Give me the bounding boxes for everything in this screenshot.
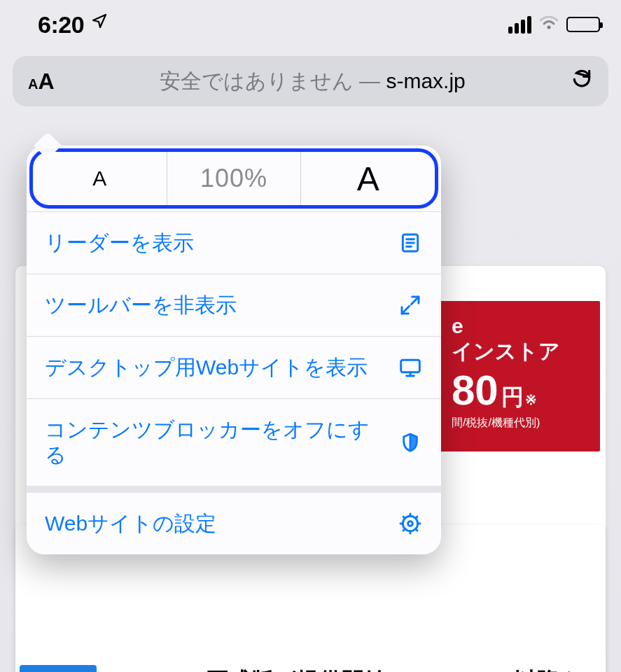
menu-item-label: Webサイトの設定: [45, 511, 385, 536]
menu-item-label: デスクトップ用Webサイトを表示: [45, 355, 385, 380]
menu-item-label: コンテンツブロッカーをオフにする: [45, 417, 385, 468]
aa-popover-menu: A 100% A リーダーを表示ツールバーを非表示デスクトップ用Webサイトを表…: [27, 146, 441, 554]
menu-item-desktop[interactable]: デスクトップ用Webサイトを表示: [27, 336, 441, 398]
ad-banner[interactable]: e インストア 80 円 ※ 間/税抜/機種代別): [439, 301, 600, 451]
url-bar[interactable]: AA 安全ではありません — s-max.jp: [13, 56, 608, 106]
status-bar: 6:20: [0, 0, 621, 49]
text-size-button[interactable]: AA: [28, 69, 55, 94]
article-item[interactable]: 9月 20 iOS 13の正式版が提供開始！iPhone 6s以降やiPod t…: [20, 665, 601, 672]
url-domain: s-max.jp: [386, 69, 465, 92]
menu-item-label: リーダーを表示: [45, 230, 385, 255]
desktop-icon: [398, 355, 423, 380]
svg-line-17: [403, 517, 405, 518]
svg-line-13: [416, 529, 417, 531]
reader-icon: [398, 230, 423, 255]
status-time: 6:20: [38, 11, 84, 38]
wifi-icon: [540, 15, 558, 34]
article-title: iOS 13の正式版が提供開始！iPhone 6s以降やiPod touch（第…: [113, 665, 601, 672]
location-icon: [91, 13, 108, 34]
expand-icon: [398, 293, 423, 318]
svg-point-11: [408, 522, 413, 526]
zoom-control: A 100% A: [29, 148, 438, 209]
battery-icon: [566, 17, 600, 32]
menu-item-shield[interactable]: コンテンツブロッカーをオフにする: [27, 398, 441, 486]
zoom-out-button[interactable]: A: [33, 152, 167, 205]
menu-item-reader[interactable]: リーダーを表示: [27, 211, 441, 274]
menu-item-gear[interactable]: Webサイトの設定: [27, 486, 441, 554]
date-month: 9月: [20, 665, 97, 672]
zoom-level-button[interactable]: 100%: [167, 152, 301, 205]
svg-line-15: [403, 529, 405, 531]
gear-icon: [398, 511, 423, 536]
url-text[interactable]: 安全ではありません — s-max.jp: [67, 67, 558, 96]
svg-line-6: [402, 306, 410, 314]
not-secure-label: 安全ではありません: [160, 69, 354, 92]
shield-icon: [398, 430, 423, 455]
cellular-signal-icon: [508, 16, 531, 34]
zoom-in-button[interactable]: A: [300, 152, 435, 205]
menu-item-expand[interactable]: ツールバーを非表示: [27, 274, 441, 336]
svg-point-0: [547, 26, 551, 29]
date-badge: 9月 20: [20, 665, 97, 672]
menu-item-label: ツールバーを非表示: [45, 293, 385, 318]
svg-line-19: [416, 517, 417, 518]
reload-icon[interactable]: [571, 67, 593, 95]
svg-line-5: [411, 297, 419, 304]
svg-rect-7: [401, 360, 420, 372]
